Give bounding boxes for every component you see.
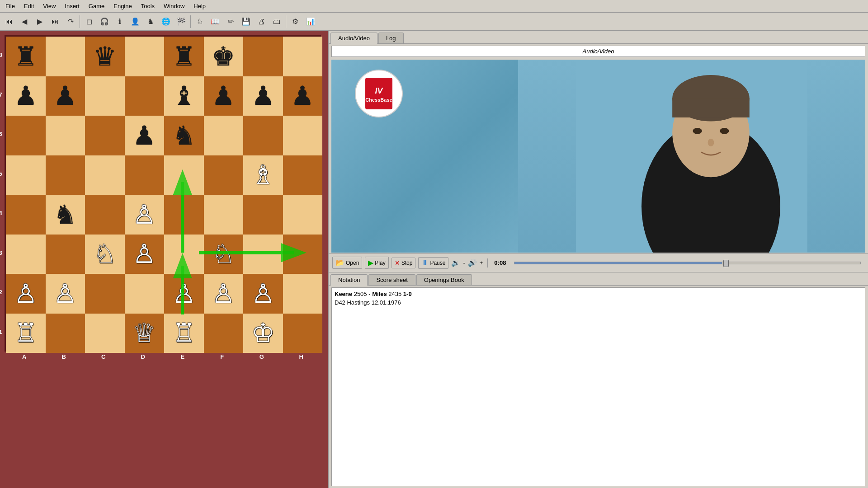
cell-d1[interactable]: ♕: [125, 314, 165, 353]
cell-f5[interactable]: [204, 155, 244, 195]
cell-f1[interactable]: [204, 314, 244, 353]
cell-c8[interactable]: ♛: [85, 37, 125, 76]
cell-c1[interactable]: [85, 314, 125, 353]
cell-d8[interactable]: [125, 37, 165, 76]
toolbar-step-back[interactable]: ◀: [17, 14, 32, 29]
cell-e2[interactable]: ♙: [164, 274, 204, 314]
cell-h7[interactable]: ♟: [283, 76, 323, 116]
volume-minus-label[interactable]: -: [463, 259, 465, 266]
toolbar-online[interactable]: 🌐: [159, 14, 173, 29]
toolbar-save[interactable]: 💾: [239, 14, 253, 29]
toolbar-info[interactable]: ℹ: [113, 14, 127, 29]
cell-e4[interactable]: [164, 195, 204, 235]
cell-a2[interactable]: ♙: [6, 274, 46, 314]
cell-e8[interactable]: ♜: [164, 37, 204, 76]
tab-audio-video[interactable]: Audio/Video: [330, 33, 377, 44]
menu-help[interactable]: Help: [190, 2, 209, 10]
cell-d2[interactable]: [125, 274, 165, 314]
cell-b2[interactable]: ♙: [46, 274, 85, 314]
cell-h5[interactable]: [283, 155, 323, 195]
cell-b4[interactable]: ♞: [46, 195, 85, 235]
cell-a3[interactable]: [6, 235, 46, 274]
cell-f6[interactable]: [204, 116, 244, 155]
toolbar-new-game[interactable]: ◻: [82, 14, 96, 29]
menu-engine[interactable]: Engine: [110, 2, 135, 10]
cell-d5[interactable]: [125, 155, 165, 195]
play-button[interactable]: ▶ Play: [365, 257, 388, 269]
toolbar-analysis[interactable]: 📊: [303, 14, 318, 29]
menu-window[interactable]: Window: [160, 2, 188, 10]
cell-c7[interactable]: [85, 76, 125, 116]
cell-h8[interactable]: [283, 37, 323, 76]
cell-a7[interactable]: ♟: [6, 76, 46, 116]
menu-tools[interactable]: Tools: [137, 2, 158, 10]
cell-d7[interactable]: [125, 76, 165, 116]
toolbar-flip[interactable]: ↷: [63, 14, 78, 29]
toolbar-step-forward[interactable]: ▶: [33, 14, 47, 29]
cell-e3[interactable]: [164, 235, 204, 274]
toolbar-knight-icon[interactable]: ♘: [193, 14, 207, 29]
menu-insert[interactable]: Insert: [61, 2, 83, 10]
cell-c5[interactable]: [85, 155, 125, 195]
volume-handle[interactable]: [723, 260, 729, 267]
toolbar-database[interactable]: 🗃: [269, 14, 284, 29]
toolbar-rewind-start[interactable]: ⏮: [2, 14, 16, 29]
cell-b7[interactable]: ♟: [46, 76, 85, 116]
toolbar-fast-forward[interactable]: ⏭: [48, 14, 62, 29]
cell-g4[interactable]: [243, 195, 283, 235]
cell-d4[interactable]: ♙: [125, 195, 165, 235]
cell-e5[interactable]: [164, 155, 204, 195]
toolbar-players[interactable]: 👤: [128, 14, 142, 29]
tab-notation[interactable]: Notation: [330, 274, 368, 286]
cell-g3[interactable]: [243, 235, 283, 274]
cell-a8[interactable]: ♜: [6, 37, 46, 76]
cell-g8[interactable]: [243, 37, 283, 76]
toolbar-book[interactable]: 📖: [208, 14, 222, 29]
menu-game[interactable]: Game: [85, 2, 108, 10]
cell-h6[interactable]: [283, 116, 323, 155]
cell-a1[interactable]: ♖: [6, 314, 46, 353]
cell-b6[interactable]: [46, 116, 85, 155]
cell-h1[interactable]: [283, 314, 323, 353]
toolbar-print[interactable]: 🖨: [254, 14, 269, 29]
volume-slider[interactable]: [514, 262, 861, 264]
cell-b3[interactable]: [46, 235, 85, 274]
cell-h4[interactable]: [283, 195, 323, 235]
toolbar-flag[interactable]: 🏁: [174, 14, 189, 29]
cell-g7[interactable]: ♟: [243, 76, 283, 116]
cell-d3[interactable]: ♙: [125, 235, 165, 274]
toolbar-pieces[interactable]: ♞: [143, 14, 158, 29]
pause-button[interactable]: ⏸ Pause: [418, 257, 448, 269]
cell-d6[interactable]: ♟: [125, 116, 165, 155]
chess-board[interactable]: ♜ ♛ ♜ ♚ ♟ ♟: [5, 35, 321, 352]
menu-view[interactable]: View: [39, 2, 59, 10]
toolbar-training[interactable]: 🎧: [97, 14, 112, 29]
cell-f7[interactable]: ♟: [204, 76, 244, 116]
cell-h3[interactable]: [283, 235, 323, 274]
cell-g2[interactable]: ♙: [243, 274, 283, 314]
open-button[interactable]: 📂 Open: [332, 257, 362, 269]
cell-c3[interactable]: ♘: [85, 235, 125, 274]
cell-a6[interactable]: [6, 116, 46, 155]
menu-file[interactable]: File: [2, 2, 19, 10]
cell-a4[interactable]: [6, 195, 46, 235]
cell-f2[interactable]: ♙: [204, 274, 244, 314]
cell-e7[interactable]: ♝: [164, 76, 204, 116]
toolbar-settings[interactable]: ⚙: [288, 14, 302, 29]
volume-down-icon[interactable]: 🔉: [451, 258, 460, 267]
cell-f4[interactable]: [204, 195, 244, 235]
stop-button[interactable]: ✕ Stop: [392, 258, 416, 268]
cell-b5[interactable]: [46, 155, 85, 195]
cell-e1[interactable]: ♖: [164, 314, 204, 353]
menu-edit[interactable]: Edit: [20, 2, 38, 10]
cell-c4[interactable]: [85, 195, 125, 235]
cell-f3[interactable]: ♘: [204, 235, 244, 274]
cell-b1[interactable]: [46, 314, 85, 353]
tab-log[interactable]: Log: [378, 33, 404, 43]
volume-plus-label[interactable]: +: [480, 259, 483, 266]
cell-c6[interactable]: [85, 116, 125, 155]
cell-g1[interactable]: ♔: [243, 314, 283, 353]
toolbar-pen[interactable]: ✏: [223, 14, 238, 29]
cell-g5[interactable]: ♗: [243, 155, 283, 195]
tab-openings-book[interactable]: Openings Book: [416, 274, 472, 285]
